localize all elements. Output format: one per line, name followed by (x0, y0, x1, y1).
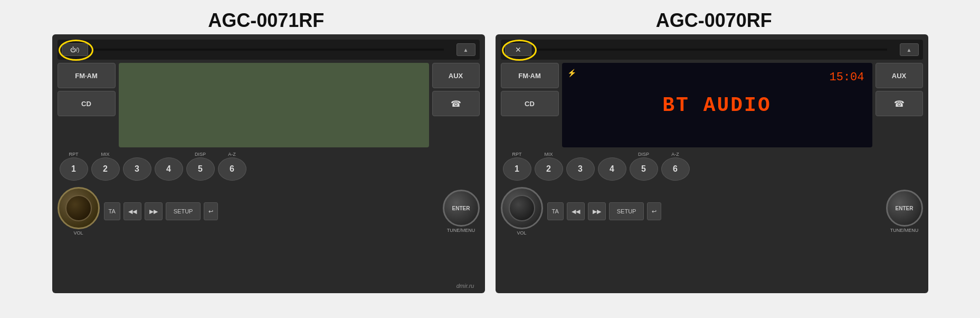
right-mix-group: MIX 2 (535, 152, 563, 181)
right-phone-button[interactable]: ☎ (876, 91, 923, 116)
right-vol-knob[interactable] (501, 187, 543, 229)
left-az-group: A-Z 6 (218, 152, 246, 181)
right-transport-row-1: TA ◀◀ ▶▶ SETUP ↩ (547, 202, 882, 220)
right-cd-button[interactable]: CD (501, 91, 559, 116)
left-top-strip: ⏻/) ▲ (58, 40, 480, 60)
left-display (119, 63, 429, 147)
left-middle-section: FM·AM CD AUX ☎ (58, 63, 480, 147)
right-setup-button[interactable]: SETUP (609, 202, 644, 220)
right-aux-button[interactable]: AUX (876, 63, 923, 88)
left-phone-button[interactable]: ☎ (432, 91, 480, 116)
left-vol-knob-wrap: VOL (58, 187, 100, 236)
radios-row: ⏻/) ▲ FM·AM CD (0, 34, 980, 318)
left-transport-row-1: TA ◀◀ ▶▶ SETUP ↩ (104, 202, 439, 220)
left-vol-knob-inner (65, 195, 92, 221)
left-rpt-group: RPT 1 (60, 152, 88, 181)
left-bottom-row: VOL TA ◀◀ ▶▶ SETUP (58, 185, 480, 238)
left-preset-4-wrap: 4 (155, 157, 183, 181)
left-preset-2-button[interactable]: 2 (91, 157, 120, 181)
right-preset-3-wrap: 3 (566, 157, 595, 181)
left-radio-unit: ⏻/) ▲ FM·AM CD (52, 34, 485, 293)
left-model-title: AGC-0071RF (208, 10, 324, 32)
right-bottom-row: VOL TA ◀◀ ▶▶ SETUP (501, 185, 923, 238)
right-transport-group: TA ◀◀ ▶▶ SETUP ↩ (547, 202, 882, 220)
right-enter-knob-wrap: ENTER TUNE/MENU (886, 190, 923, 233)
right-back-button[interactable]: ↩ (647, 202, 661, 220)
right-display-time: 15:04 (829, 71, 864, 84)
left-preset-6-button[interactable]: 6 (218, 157, 246, 181)
left-enter-knob-wrap: ENTER TUNE/MENU (443, 190, 480, 233)
left-right-buttons: AUX ☎ (432, 63, 480, 147)
titles-row: AGC-0071RF AGC-0070RF (0, 4, 980, 34)
right-source-buttons: FM·AM CD (501, 63, 559, 147)
left-presets-row: RPT 1 MIX 2 3 (58, 151, 480, 182)
right-middle-section: FM·AM CD ⚡ 15:04 BT AUDIO AUX (501, 63, 923, 147)
right-preset-4-wrap: 4 (598, 157, 626, 181)
right-preset-1-button[interactable]: 1 (503, 157, 531, 181)
left-vol-knob[interactable] (58, 187, 100, 229)
left-source-buttons: FM·AM CD (58, 63, 116, 147)
right-vol-knob-wrap: VOL (501, 187, 543, 236)
right-disp-group: DISP 5 (630, 152, 658, 181)
left-preset-3-wrap: 3 (123, 157, 151, 181)
right-prev-button[interactable]: ◀◀ (567, 202, 585, 220)
right-right-buttons: AUX ☎ (876, 63, 923, 147)
right-rpt-mix-group: RPT 1 MIX 2 (503, 152, 563, 181)
left-power-bt-button[interactable]: ⏻/) (62, 43, 88, 56)
right-preset-3-button[interactable]: 3 (566, 157, 595, 181)
right-bt-button[interactable]: ✕ (505, 43, 531, 56)
left-fm-am-button[interactable]: FM·AM (58, 63, 116, 88)
right-model-title: AGC-0070RF (656, 10, 772, 32)
right-preset-5-button[interactable]: 5 (630, 157, 658, 181)
right-bt-display-icon: ⚡ (567, 68, 576, 78)
right-next-button[interactable]: ▶▶ (588, 202, 606, 220)
right-preset-4-button[interactable]: 4 (598, 157, 626, 181)
right-presets-row: RPT 1 MIX 2 3 (501, 151, 923, 182)
right-vol-knob-inner (509, 195, 535, 221)
left-setup-button[interactable]: SETUP (166, 202, 201, 220)
left-preset-1-button[interactable]: 1 (60, 157, 88, 181)
left-preset-5-button[interactable]: 5 (186, 157, 215, 181)
left-preset-3-button[interactable]: 3 (123, 157, 151, 181)
left-aux-button[interactable]: AUX (432, 63, 480, 88)
right-eject-button[interactable]: ▲ (900, 43, 919, 56)
left-cd-slot (93, 49, 444, 51)
right-radio-unit: ✕ ▲ FM·AM CD (496, 34, 928, 293)
right-top-strip: ✕ ▲ (501, 40, 923, 60)
left-prev-button[interactable]: ◀◀ (123, 202, 141, 220)
left-next-button[interactable]: ▶▶ (145, 202, 163, 220)
right-fm-am-button[interactable]: FM·AM (501, 63, 559, 88)
right-preset-2-button[interactable]: 2 (535, 157, 563, 181)
right-display: ⚡ 15:04 BT AUDIO (562, 63, 872, 147)
left-rpt-mix-group: RPT 1 MIX 2 (60, 152, 120, 181)
right-disp-az-pair: DISP 5 A-Z 6 (630, 152, 690, 181)
right-enter-knob[interactable]: ENTER (886, 190, 923, 227)
left-back-button[interactable]: ↩ (204, 202, 218, 220)
left-eject-button[interactable]: ▲ (456, 43, 475, 56)
right-display-text: BT AUDIO (662, 94, 771, 117)
right-ta-button[interactable]: TA (547, 202, 564, 220)
left-cd-button[interactable]: CD (58, 91, 116, 116)
left-preset-4-button[interactable]: 4 (155, 157, 183, 181)
right-rpt-group: RPT 1 (503, 152, 531, 181)
left-enter-knob[interactable]: ENTER (443, 190, 480, 227)
left-ta-button[interactable]: TA (104, 202, 120, 220)
watermark: dmir.ru (456, 283, 474, 289)
right-preset-6-button[interactable]: 6 (661, 157, 690, 181)
right-az-group: A-Z 6 (661, 152, 690, 181)
left-transport-group: TA ◀◀ ▶▶ SETUP ↩ (104, 202, 439, 220)
left-disp-group: DISP 5 (186, 152, 215, 181)
left-mix-group: MIX 2 (91, 152, 120, 181)
left-disp-az-pair: DISP 5 A-Z 6 (186, 152, 246, 181)
right-cd-slot (537, 49, 887, 51)
